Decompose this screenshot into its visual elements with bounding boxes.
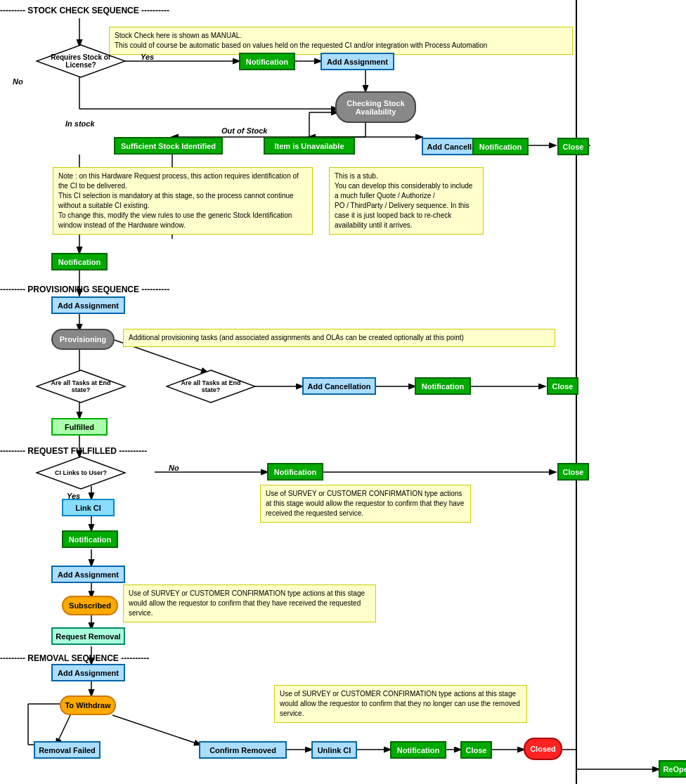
notification-box-3[interactable]: Notification [51, 253, 108, 270]
section-stock-check: --------- STOCK CHECK SEQUENCE ---------… [0, 6, 169, 15]
close-box-4[interactable]: Close [460, 741, 492, 759]
label-no-ci: No [169, 464, 179, 472]
request-removal-box[interactable]: Request Removal [51, 627, 125, 645]
closed-box[interactable]: Closed [524, 738, 562, 760]
reopen-box[interactable]: ReOpen [659, 760, 686, 778]
section-removal: --------- REMOVAL SEQUENCE ---------- [0, 653, 149, 663]
add-cancellation-box-2[interactable]: Add Cancellation [302, 377, 376, 395]
confirm-removed-box[interactable]: Confirm Removed [199, 741, 287, 759]
note-stub: This is a stub.You can develop this cons… [329, 167, 484, 235]
provisioning-box[interactable]: Provisioning [51, 329, 115, 350]
diamond-all-tasks-1: Are all Tasks at Endstate? [35, 369, 127, 404]
notification-box-2[interactable]: Notification [472, 138, 529, 155]
note-provisioning: Additional provisioning tasks (and assoc… [123, 329, 555, 347]
diamond-all-tasks-2: Are all Tasks at Endstate? [165, 369, 257, 404]
removal-failed-box[interactable]: Removal Failed [34, 741, 101, 759]
fulfilled-box[interactable]: Fulfilled [51, 418, 108, 436]
svg-line-39 [56, 715, 70, 745]
close-box-2[interactable]: Close [547, 377, 578, 395]
subscribed-box[interactable]: Subscribed [62, 596, 118, 615]
diamond-requires-stock-label: Requires Stock orLicense? [51, 53, 111, 69]
diamond-all-tasks-2-label: Are all Tasks at Endstate? [181, 379, 241, 393]
notification-box-4[interactable]: Notification [415, 377, 471, 395]
close-box-3[interactable]: Close [557, 463, 589, 481]
note-hardware: Note : on this Hardware Request process,… [53, 167, 313, 235]
to-withdraw-box[interactable]: To Withdraw [60, 695, 116, 715]
note-survey-1: Use of SURVEY or CUSTOMER CONFIRMATION t… [260, 485, 471, 523]
add-assignment-box-2[interactable]: Add Assignment [51, 296, 125, 314]
add-assignment-box-3[interactable]: Add Assignment [51, 566, 125, 583]
link-ci-box[interactable]: Link CI [62, 499, 115, 516]
item-unavailable-box[interactable]: Item is Unavailable [264, 137, 355, 155]
diamond-all-tasks-1-label: Are all Tasks at Endstate? [51, 379, 111, 393]
add-assignment-box-1[interactable]: Add Assignment [321, 53, 394, 70]
note-survey-3: Use of SURVEY or CUSTOMER CONFIRMATION t… [274, 685, 527, 723]
section-request-fulfilled: --------- REQUEST FULFILLED ---------- [0, 446, 147, 456]
section-provisioning: --------- PROVISIONING SEQUENCE --------… [0, 285, 169, 294]
checking-stock-box[interactable]: Checking StockAvailability [335, 91, 416, 123]
diamond-ci-links-label: CI Links to User? [55, 469, 107, 476]
notification-box-6[interactable]: Notification [62, 530, 118, 548]
notification-box-7[interactable]: Notification [390, 741, 446, 759]
note-stock-manual: Stock Check here is shown as MANUAL.This… [109, 27, 573, 55]
label-in-stock: In stock [65, 119, 95, 128]
unlink-ci-box[interactable]: Unlink CI [311, 741, 357, 759]
svg-line-40 [112, 715, 200, 745]
diamond-ci-links: CI Links to User? [35, 455, 127, 490]
close-box-1[interactable]: Close [557, 138, 589, 155]
label-out-of-stock: Out of Stock [221, 126, 267, 135]
notification-box-5[interactable]: Notification [267, 463, 323, 481]
notification-box-1[interactable]: Notification [239, 53, 295, 70]
label-no1: No [13, 77, 23, 86]
sufficient-stock-box[interactable]: Sufficient Stock Identified [114, 137, 223, 155]
note-survey-2: Use of SURVEY or CUSTOMER CONFIRMATION t… [123, 584, 376, 622]
add-assignment-box-4[interactable]: Add Assignment [51, 664, 125, 681]
diamond-requires-stock: Requires Stock orLicense? [35, 44, 127, 79]
label-yes1: Yes [141, 53, 154, 61]
